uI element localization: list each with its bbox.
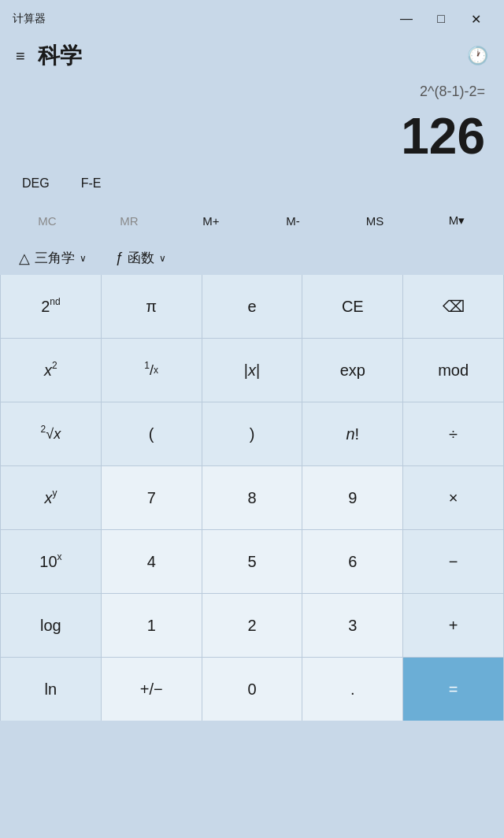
- 3-button[interactable]: 3: [302, 594, 402, 657]
- nfact-button[interactable]: n!: [302, 402, 402, 465]
- backspace-button[interactable]: ⌫: [403, 275, 503, 338]
- mplus-button[interactable]: M+: [170, 203, 252, 238]
- buttons-grid: 2ndπeCE⌫x21/x|x|expmod2√x()n!÷xy789×10x4…: [0, 275, 504, 721]
- ms-button[interactable]: MS: [334, 203, 416, 238]
- 1-button[interactable]: 1: [102, 594, 202, 657]
- mr-button[interactable]: MR: [88, 203, 170, 238]
- deg-button[interactable]: DEG: [16, 173, 56, 194]
- trig-icon: △: [19, 250, 30, 267]
- 4-button[interactable]: 4: [102, 530, 202, 593]
- trig-label: 三角学: [35, 249, 75, 267]
- 2nd-button[interactable]: 2nd: [1, 275, 101, 338]
- mode-row: DEG F-E: [0, 167, 504, 200]
- func-icon: ƒ: [115, 250, 123, 266]
- sqrt-button[interactable]: 2√x: [1, 402, 101, 465]
- 7-button[interactable]: 7: [102, 466, 202, 529]
- trig-arrow: ∨: [80, 253, 87, 264]
- 9-button[interactable]: 9: [302, 466, 402, 529]
- e-button[interactable]: e: [202, 275, 302, 338]
- mc-button[interactable]: MC: [6, 203, 88, 238]
- trig-dropdown[interactable]: △ 三角学 ∨: [13, 246, 93, 270]
- memory-row: MC MR M+ M- MS M▾: [0, 200, 504, 241]
- 10x-button[interactable]: 10x: [1, 530, 101, 593]
- mod-button[interactable]: mod: [403, 339, 503, 402]
- log-button[interactable]: log: [1, 594, 101, 657]
- plusminus-button[interactable]: +/−: [102, 658, 202, 721]
- 0-button[interactable]: 0: [202, 658, 302, 721]
- ce-button[interactable]: CE: [302, 275, 402, 338]
- lparen-button[interactable]: (: [102, 402, 202, 465]
- 1x-button[interactable]: 1/x: [102, 339, 202, 402]
- exp-button[interactable]: exp: [302, 339, 402, 402]
- div-button[interactable]: ÷: [403, 402, 503, 465]
- sub-button[interactable]: −: [403, 530, 503, 593]
- fe-button[interactable]: F-E: [75, 173, 108, 194]
- func-label: 函数: [128, 249, 154, 267]
- rparen-button[interactable]: ): [202, 402, 302, 465]
- add-button[interactable]: +: [403, 594, 503, 657]
- window-title: 计算器: [13, 12, 46, 26]
- minimize-button[interactable]: —: [391, 6, 422, 32]
- result-display: 126: [19, 109, 485, 164]
- equals-button[interactable]: =: [403, 658, 503, 721]
- function-row: △ 三角学 ∨ ƒ 函数 ∨: [0, 241, 504, 275]
- mul-button[interactable]: ×: [403, 466, 503, 529]
- expression-display: 2^(8-1)-2=: [19, 83, 485, 106]
- mview-button[interactable]: M▾: [416, 203, 498, 238]
- 2-button[interactable]: 2: [202, 594, 302, 657]
- func-dropdown[interactable]: ƒ 函数 ∨: [109, 246, 172, 270]
- app-header: ≡ 科学 🕐: [0, 38, 504, 77]
- title-bar: 计算器 — □ ✕: [0, 0, 504, 38]
- 8-button[interactable]: 8: [202, 466, 302, 529]
- func-arrow: ∨: [159, 253, 166, 264]
- menu-icon[interactable]: ≡: [16, 47, 25, 65]
- absx-button[interactable]: |x|: [202, 339, 302, 402]
- 5-button[interactable]: 5: [202, 530, 302, 593]
- maximize-button[interactable]: □: [425, 6, 457, 32]
- ln-button[interactable]: ln: [1, 658, 101, 721]
- 6-button[interactable]: 6: [302, 530, 402, 593]
- x2-button[interactable]: x2: [1, 339, 101, 402]
- pi-button[interactable]: π: [102, 275, 202, 338]
- mminus-button[interactable]: M-: [252, 203, 334, 238]
- window-controls: — □ ✕: [391, 6, 491, 32]
- xy-button[interactable]: xy: [1, 466, 101, 529]
- dot-button[interactable]: .: [302, 658, 402, 721]
- close-button[interactable]: ✕: [460, 6, 491, 32]
- app-title: 科学: [38, 41, 82, 71]
- display-area: 2^(8-1)-2= 126: [0, 77, 504, 167]
- history-icon[interactable]: 🕐: [467, 46, 488, 66]
